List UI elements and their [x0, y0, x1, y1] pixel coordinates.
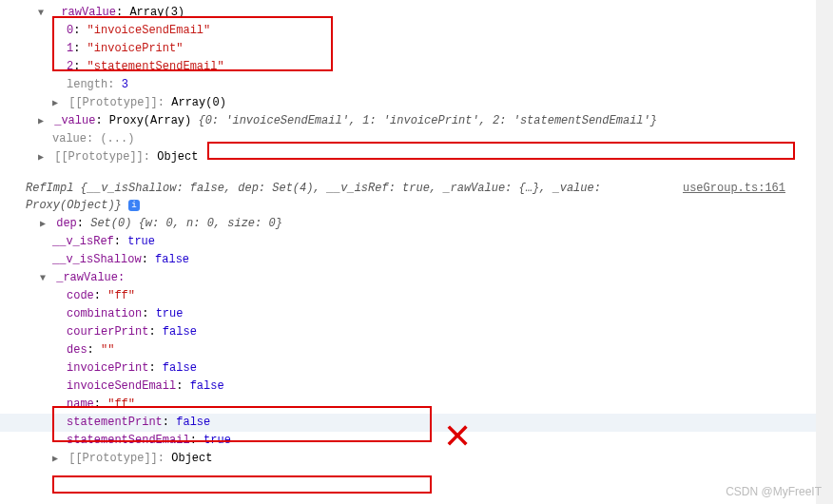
tree-row-prop[interactable]: statementSendEmail: true [0, 432, 833, 450]
prop-key: [[Prototype]] [68, 452, 158, 465]
prop-val: Object [157, 150, 198, 164]
prop-val: true [156, 307, 184, 320]
tree-row-prop[interactable]: invoiceSendEmail: false [0, 378, 833, 396]
tree-row-isref[interactable]: __v_isRef: true [0, 233, 833, 251]
prop-val: "invoicePrint" [87, 42, 184, 55]
prop-val: false [155, 253, 189, 266]
tree-row-prop[interactable]: invoicePrint: false [0, 359, 833, 378]
prop-key: _rawValue: [56, 271, 125, 284]
prop-key: statementSendEmail [67, 434, 190, 447]
chevron-right-icon: ▶ [52, 96, 62, 110]
prop-key: combination [67, 307, 142, 320]
prop-key: invoiceSendEmail [67, 379, 176, 393]
log-summary-row[interactable]: useGroup.ts:161 RefImpl {__v_isShallow: … [0, 180, 833, 215]
prop-key: _value [54, 114, 95, 127]
tree-row-prototype[interactable]: ▶ [[Prototype]]: Object [0, 148, 833, 166]
tree-row-prototype[interactable]: ▶ [[Prototype]]: Object [0, 450, 833, 468]
prop-val: true [203, 434, 231, 447]
prop-key: invoicePrint [67, 361, 148, 375]
prop-key: courierPrint [67, 325, 148, 339]
chevron-down-icon: ▼ [40, 271, 49, 285]
prop-val: "statementSendEmail" [87, 60, 224, 73]
tree-row-array-item[interactable]: 0: "invoiceSendEmail" [0, 22, 833, 40]
chevron-right-icon: ▶ [52, 452, 62, 466]
watermark: CSDN @MyFreeIT [726, 483, 822, 500]
prop-key: [[Prototype]] [54, 150, 144, 164]
prop-key: code [67, 289, 94, 302]
chevron-right-icon: ▶ [38, 114, 48, 128]
tree-row-isshallow[interactable]: __v_isShallow: false [0, 251, 833, 269]
tree-row-prop[interactable]: combination: true [0, 305, 833, 323]
info-icon[interactable]: i [128, 200, 140, 211]
chevron-right-icon: ▶ [38, 150, 48, 165]
chevron-right-icon: ▶ [40, 217, 49, 231]
prop-val: "ff" [107, 289, 135, 302]
prop-key: des [67, 343, 87, 357]
tree-row-rawvalue-header[interactable]: ▼ _rawValue: Array(3) [0, 4, 833, 22]
prop-val: false [190, 379, 224, 393]
prop-val: 3 [122, 78, 128, 91]
prop-val: "ff" [107, 397, 135, 411]
prop-val: (...) [100, 132, 134, 145]
prop-key: __v_isRef [52, 235, 114, 248]
prop-key: statementPrint [67, 416, 163, 429]
proxy-preview: {0: 'invoiceSendEmail', 1: 'invoicePrint… [198, 114, 656, 127]
prop-val: Object [171, 452, 212, 465]
tree-row-array-item[interactable]: 2: "statementSendEmail" [0, 58, 833, 76]
prop-val: false [163, 361, 197, 375]
prop-val: false [163, 325, 197, 339]
proxy-label: Proxy(Array) [109, 114, 199, 127]
source-link[interactable]: useGroup.ts:161 [683, 180, 785, 197]
chevron-down-icon: ▼ [38, 6, 48, 20]
object-summary: RefImpl {__v_isShallow: false, dep: Set(… [26, 182, 601, 212]
prop-val: Array(0) [171, 96, 226, 109]
tree-row-length[interactable]: length: 3 [0, 76, 833, 94]
tree-row-array-item[interactable]: 1: "invoicePrint" [0, 40, 833, 58]
tree-row-value-getter[interactable]: value: (...) [0, 130, 833, 148]
prop-key: [[Prototype]] [68, 96, 158, 109]
tree-row-prototype[interactable]: ▶ [[Prototype]]: Array(0) [0, 94, 833, 112]
tree-row-prop[interactable]: statementPrint: false [0, 414, 833, 432]
prop-val: Array(3) [129, 6, 184, 19]
prop-key: name [67, 397, 94, 411]
prop-key: dep [56, 217, 77, 230]
prop-key: __v_isShallow [52, 253, 142, 266]
tree-row-value-proxy[interactable]: ▶ _value: Proxy(Array) {0: 'invoiceSendE… [0, 112, 833, 130]
annotation-box [52, 475, 432, 494]
prop-key: value [52, 132, 87, 145]
prop-val: "" [101, 343, 114, 357]
prop-key: _rawValue [54, 6, 116, 19]
prop-val: false [176, 416, 210, 429]
prop-val: "invoiceSendEmail" [87, 24, 211, 37]
scrollbar-track[interactable] [816, 0, 833, 504]
tree-row-dep[interactable]: ▶ dep: Set(0) {w: 0, n: 0, size: 0} [0, 215, 833, 233]
tree-row-prop[interactable]: courierPrint: false [0, 323, 833, 341]
tree-row-prop[interactable]: code: "ff" [0, 287, 833, 305]
colon: : [116, 6, 129, 19]
tree-row-prop[interactable]: des: "" [0, 341, 833, 359]
prop-key: length [67, 78, 107, 91]
tree-row-rawvalue-header2[interactable]: ▼ _rawValue: [0, 269, 833, 287]
prop-val: Set(0) {w: 0, n: 0, size: 0} [90, 217, 282, 230]
tree-row-prop[interactable]: name: "ff" [0, 396, 833, 414]
prop-val: true [127, 235, 155, 248]
